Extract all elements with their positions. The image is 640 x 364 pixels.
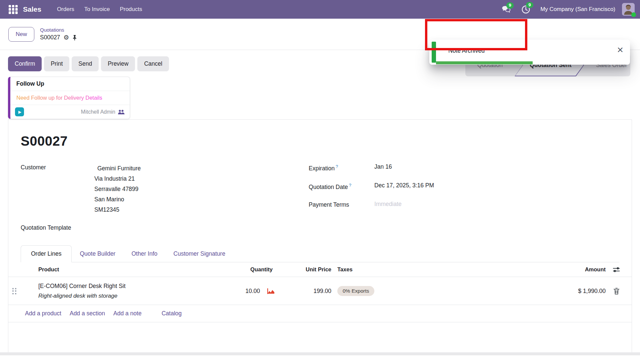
activities-badge: 9 (526, 2, 533, 8)
col-unit-price: Unit Price (281, 266, 331, 273)
tab-order-lines[interactable]: Order Lines (21, 245, 72, 262)
add-product-link[interactable]: Add a product (25, 310, 61, 317)
expiration-label: Expiration (309, 165, 335, 172)
add-section-link[interactable]: Add a section (70, 310, 105, 317)
table-footer-links: Add a product Add a section Add a note C… (8, 305, 632, 322)
toast-accent-bar (432, 42, 436, 63)
users-group-icon (118, 109, 125, 115)
activity-summary[interactable]: Need Follow up for Delivery Details (10, 91, 130, 105)
col-taxes: Taxes (331, 266, 421, 273)
preview-button[interactable]: Preview (101, 56, 135, 71)
add-note-link[interactable]: Add a note (113, 310, 142, 317)
customer-name-link[interactable]: Gemini Furniture (97, 163, 308, 174)
confirm-button[interactable]: Confirm (8, 56, 42, 71)
customer-label: Customer (21, 163, 94, 171)
toast-progress-bar (436, 61, 533, 64)
payment-terms-input[interactable]: Immediate (374, 201, 619, 208)
activity-card: Follow Up Need Follow up for Delivery De… (8, 77, 130, 119)
activity-assignee: Mitchell Admin (81, 109, 115, 115)
apps-grid-icon[interactable] (9, 5, 18, 14)
top-navbar: Sales Orders To Invoice Products 9 9 My … (0, 0, 640, 19)
document-title: S00027 (21, 120, 619, 149)
pin-icon[interactable] (72, 35, 77, 41)
payment-terms-label: Payment Terms (309, 201, 374, 208)
tax-tag[interactable]: 0% Exports (337, 286, 374, 296)
toast-close-icon[interactable]: × (617, 44, 623, 55)
app-name[interactable]: Sales (23, 5, 41, 13)
product-name[interactable]: [E-COM06] Corner Desk Right Sit (38, 282, 210, 290)
company-switcher[interactable]: My Company (San Francisco) (540, 6, 615, 13)
order-line-row: [E-COM06] Corner Desk Right Sit Right-al… (8, 277, 632, 305)
order-lines-table: Product Quantity Unit Price Taxes Amount… (8, 262, 632, 322)
online-status-dot (631, 12, 636, 17)
send-button[interactable]: Send (72, 56, 99, 71)
notebook-tabs: Order Lines Quote Builder Other Info Cus… (21, 245, 619, 262)
sheet-bottom-divider (0, 352, 640, 355)
col-quantity: Quantity (210, 266, 281, 273)
product-description[interactable]: Right-aligned desk with storage (38, 292, 210, 300)
form-sheet: S00027 Customer Gemini Furniture Via Ind… (8, 119, 632, 352)
breadcrumb: Quotations S00027 ⚙ (40, 27, 77, 42)
expiration-value[interactable]: Jan 16 (374, 163, 619, 172)
toast-title: Note Archived (448, 40, 485, 62)
customer-address-line: San Marino (94, 194, 308, 205)
print-button[interactable]: Print (44, 56, 69, 71)
help-marker: ? (336, 164, 338, 169)
cancel-button[interactable]: Cancel (137, 56, 169, 71)
optional-columns-icon[interactable] (606, 267, 627, 272)
user-avatar[interactable] (622, 3, 635, 16)
tab-quote-builder[interactable]: Quote Builder (72, 246, 123, 262)
customer-address-line: Via Industria 21 (94, 174, 308, 184)
table-header-row: Product Quantity Unit Price Taxes Amount (8, 262, 632, 277)
messages-badge: 9 (506, 2, 514, 9)
tab-customer-signature[interactable]: Customer Signature (165, 246, 233, 262)
catalog-link[interactable]: Catalog (162, 310, 182, 317)
toast-notification: Note Archived × (429, 40, 630, 65)
menu-to-invoice[interactable]: To Invoice (84, 6, 110, 13)
help-marker: ? (349, 183, 351, 188)
unit-price-value[interactable]: 199.00 (281, 288, 331, 295)
messages-icon[interactable]: 9 (502, 5, 511, 13)
customer-address-line: SM12345 (94, 205, 308, 215)
quotation-date-label: Quotation Date (309, 184, 348, 190)
gear-icon[interactable]: ⚙ (63, 34, 69, 41)
tab-other-info[interactable]: Other Info (123, 246, 165, 262)
new-button[interactable]: New (8, 27, 34, 42)
col-product: Product (26, 266, 210, 273)
menu-products[interactable]: Products (120, 6, 142, 13)
col-amount: Amount (421, 266, 606, 273)
amount-value: $ 1,990.00 (421, 288, 606, 295)
breadcrumb-quotations-link[interactable]: Quotations (40, 27, 77, 33)
quotation-template-label: Quotation Template (21, 224, 308, 231)
delete-line-icon[interactable] (606, 288, 627, 295)
activity-play-button[interactable]: ▶ (15, 107, 24, 116)
quotation-date-value[interactable]: Dec 17, 2025, 3:16 PM (374, 182, 619, 191)
control-panel: New Quotations S00027 ⚙ Note Archived × (0, 19, 640, 50)
activity-title: Follow Up (10, 77, 130, 91)
quantity-value[interactable]: 10.00 (210, 288, 260, 295)
customer-address-line: Serravalle 47899 (94, 184, 308, 194)
drag-handle[interactable] (12, 288, 16, 294)
forecast-chart-icon[interactable] (260, 288, 281, 294)
activities-clock-icon[interactable]: 9 (521, 5, 530, 14)
menu-orders[interactable]: Orders (57, 6, 74, 13)
breadcrumb-current-record: S00027 (40, 33, 60, 42)
